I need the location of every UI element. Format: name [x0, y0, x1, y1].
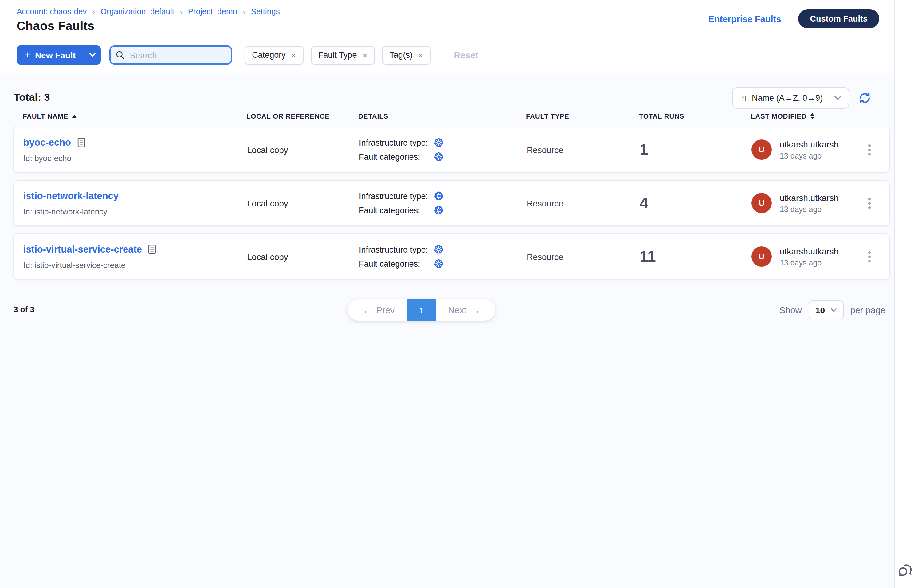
breadcrumb-organization-link[interactable]: Organization: default: [100, 7, 174, 16]
search-box: [109, 45, 232, 65]
infrastructure-type-label: Infrastructure type:: [359, 138, 434, 147]
breadcrumb-project-link[interactable]: Project: demo: [188, 7, 237, 16]
search-icon: [116, 50, 125, 60]
chat-widget-button[interactable]: [897, 562, 915, 580]
chevron-down-icon: [89, 53, 96, 57]
local-or-reference-value: Local copy: [247, 145, 359, 155]
kubernetes-icon: [434, 205, 444, 215]
close-icon[interactable]: ×: [418, 51, 423, 59]
show-label: Show: [779, 305, 802, 315]
fault-categories-label: Fault categories:: [359, 259, 434, 268]
filter-chip-fault-type[interactable]: Fault Type ×: [311, 46, 375, 64]
column-last-modified[interactable]: Last Modified: [751, 112, 858, 120]
chevron-down-icon: [831, 308, 837, 312]
prev-page-button[interactable]: ← Prev: [348, 299, 407, 321]
row-menu-button[interactable]: [865, 247, 874, 266]
enterprise-faults-link[interactable]: Enterprise Faults: [708, 14, 781, 24]
page-size-dropdown[interactable]: 10: [809, 300, 844, 320]
fault-type-value: Resource: [527, 198, 640, 208]
next-page-button[interactable]: Next →: [436, 299, 495, 321]
column-details: Details: [358, 112, 526, 120]
chat-bubbles-icon: [897, 562, 915, 580]
kubernetes-icon: [434, 137, 444, 147]
row-menu-button[interactable]: [865, 194, 874, 212]
content-area: Total: 3 ↑↓ Name (A→Z, 0→9): [0, 73, 894, 321]
pagination-bar: 3 of 3 ← Prev 1 Next → Show 10: [13, 299, 890, 321]
fault-name-link[interactable]: byoc-echo: [23, 137, 71, 148]
fault-type-value: Resource: [527, 145, 640, 155]
copy-manifest-icon[interactable]: [148, 244, 156, 254]
total-runs-value: 11: [640, 248, 752, 265]
fault-name-link[interactable]: istio-network-latency: [23, 190, 119, 201]
column-local-or-reference: Local or Reference: [246, 112, 358, 120]
fault-categories-label: Fault categories:: [359, 152, 434, 161]
sort-dropdown[interactable]: ↑↓ Name (A→Z, 0→9): [733, 87, 849, 108]
column-fault-type: Fault Type: [526, 112, 639, 120]
sort-ascending-icon: [72, 115, 77, 118]
per-page-label: per page: [850, 305, 886, 315]
kubernetes-icon: [434, 244, 444, 254]
row-menu-button[interactable]: [865, 141, 874, 159]
breadcrumb-account-link[interactable]: Account: chaos-dev: [16, 7, 87, 16]
new-fault-button[interactable]: + New Fault: [16, 45, 84, 65]
avatar: U: [752, 246, 772, 267]
reset-filters-button[interactable]: Reset: [450, 50, 482, 61]
page-size-control: Show 10 per page: [779, 300, 886, 320]
filter-chip-label: Fault Type: [318, 50, 357, 60]
breadcrumb-separator-icon: ›: [243, 7, 246, 16]
avatar: U: [752, 193, 772, 213]
kubernetes-icon: [434, 191, 444, 201]
total-runs-value: 1: [640, 141, 752, 158]
filter-chip-category[interactable]: Category ×: [244, 46, 304, 64]
local-or-reference-value: Local copy: [247, 252, 359, 262]
search-input[interactable]: [128, 50, 226, 61]
chaos-faults-page: Account: chaos-dev › Organization: defau…: [0, 0, 918, 588]
close-icon[interactable]: ×: [362, 51, 367, 59]
sort-arrows-icon: ↑↓: [741, 93, 746, 102]
filter-chips: Category × Fault Type × Tag(s) ×: [244, 46, 430, 64]
fault-name-link[interactable]: istio-virtual-service-create: [23, 244, 142, 255]
copy-manifest-icon[interactable]: [77, 137, 85, 147]
breadcrumb-separator-icon: ›: [92, 7, 95, 16]
arrow-right-icon: →: [471, 305, 480, 315]
filter-chip-label: Tag(s): [390, 50, 413, 60]
modified-by: utkarsh.utkarsh: [780, 246, 839, 256]
plus-icon: +: [24, 50, 31, 60]
page-number-button[interactable]: 1: [407, 299, 436, 321]
infrastructure-type-label: Infrastructure type:: [359, 245, 434, 254]
list-header: Total: 3 ↑↓ Name (A→Z, 0→9): [13, 73, 890, 109]
refresh-icon: [858, 91, 871, 104]
page-summary: 3 of 3: [13, 305, 34, 314]
fault-id: Id: istio-network-latency: [23, 207, 247, 216]
close-icon[interactable]: ×: [291, 51, 296, 59]
refresh-button[interactable]: [858, 91, 871, 104]
breadcrumb-settings-link[interactable]: Settings: [251, 7, 280, 16]
total-count: Total: 3: [13, 92, 50, 104]
breadcrumb-separator-icon: ›: [180, 7, 183, 16]
custom-faults-button[interactable]: Custom Faults: [798, 9, 879, 28]
kubernetes-icon: [434, 258, 444, 268]
chevron-down-icon: [834, 95, 841, 100]
new-fault-label: New Fault: [35, 50, 76, 60]
page-size-value: 10: [815, 305, 825, 315]
column-total-runs: Total Runs: [639, 112, 751, 120]
new-fault-split-button: + New Fault: [16, 45, 101, 65]
pager: ← Prev 1 Next →: [348, 299, 495, 321]
modified-by: utkarsh.utkarsh: [780, 192, 839, 202]
fault-categories-label: Fault categories:: [359, 205, 434, 215]
toolbar: + New Fault Category ×: [0, 37, 894, 73]
modified-time: 13 days ago: [780, 152, 839, 160]
header-actions: Enterprise Faults Custom Faults: [708, 9, 879, 28]
fault-id: Id: byoc-echo: [23, 153, 247, 163]
fault-id: Id: istio-virtual-service-create: [23, 260, 247, 270]
modified-by: utkarsh.utkarsh: [780, 139, 839, 149]
column-fault-name[interactable]: Fault Name: [23, 112, 246, 120]
fault-type-value: Resource: [527, 252, 640, 262]
filter-chip-tags[interactable]: Tag(s) ×: [382, 46, 430, 64]
table-row: istio-network-latency Id: istio-network-…: [13, 180, 890, 226]
filter-chip-label: Category: [252, 50, 286, 60]
local-or-reference-value: Local copy: [247, 198, 359, 208]
new-fault-dropdown-button[interactable]: [84, 45, 101, 65]
page-header: Account: chaos-dev › Organization: defau…: [0, 0, 894, 37]
table-header-row: Fault Name Local or Reference Details Fa…: [13, 109, 890, 120]
